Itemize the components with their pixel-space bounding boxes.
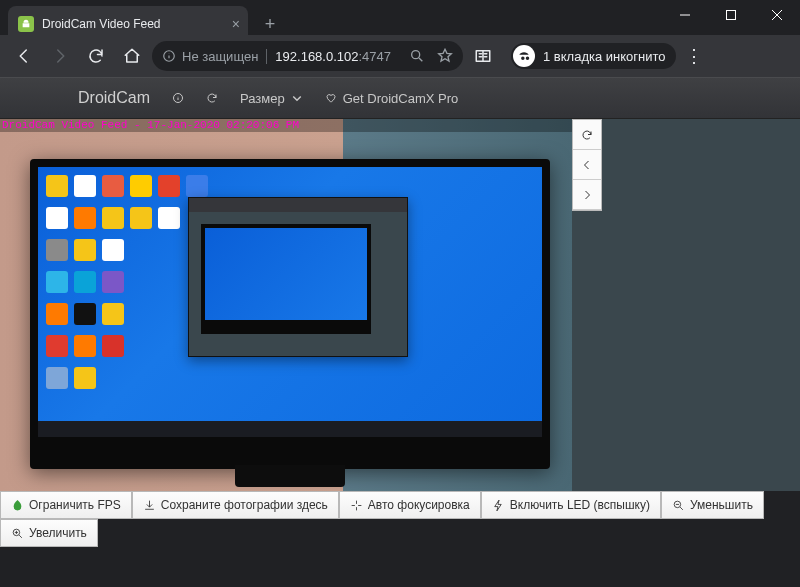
get-pro-link[interactable]: Get DroidCamX Pro [325,91,459,106]
reload-button[interactable] [80,40,112,72]
bookmark-icon[interactable] [437,48,453,64]
feed-overlay-text: DroidCam Video Feed - 17-Jan-2020 02:20:… [0,119,572,132]
window-titlebar: DroidCam Video Feed × + [0,0,800,35]
address-bar[interactable]: Не защищен 192.168.0.102:4747 [152,41,463,71]
refresh-feed-button[interactable] [206,92,218,104]
zoom-icon[interactable] [409,48,425,64]
app-brand: DroidCam [78,89,150,107]
zoom-out-button[interactable]: Уменьшить [661,491,764,519]
window-maximize-button[interactable] [708,0,754,30]
info-button[interactable] [172,92,184,104]
window-close-button[interactable] [754,0,800,30]
close-tab-icon[interactable]: × [232,16,240,32]
forward-button[interactable] [44,40,76,72]
app-header: DroidCam Размер Get DroidCamX Pro [0,77,800,119]
size-menu[interactable]: Размер [240,91,303,106]
side-next-button[interactable] [573,180,601,210]
info-icon [162,49,176,63]
browser-tab[interactable]: DroidCam Video Feed × [8,6,248,41]
svg-rect-0 [727,11,736,20]
video-feed: DroidCam Video Feed - 17-Jan-2020 02:20:… [0,119,572,491]
incognito-label: 1 вкладка инкогнито [543,49,666,64]
autofocus-button[interactable]: Авто фокусировка [339,491,481,519]
svg-point-2 [412,51,420,59]
window-minimize-button[interactable] [662,0,708,30]
led-button[interactable]: Включить LED (вспышку) [481,491,661,519]
limit-fps-button[interactable]: Ограничить FPS [0,491,132,519]
back-button[interactable] [8,40,40,72]
feed-side-controls [572,119,602,211]
side-refresh-button[interactable] [573,120,601,150]
browser-toolbar: Не защищен 192.168.0.102:4747 1 вкладка … [0,35,800,77]
security-label: Не защищен [182,49,258,64]
url-text: 192.168.0.102:4747 [275,49,391,64]
zoom-in-button[interactable]: Увеличить [0,519,98,547]
incognito-icon [513,45,535,67]
bottom-toolbar: Ограничить FPS Сохраните фотографии здес… [0,491,800,547]
browser-menu-button[interactable]: ⋮ [680,45,708,67]
video-area: DroidCam Video Feed - 17-Jan-2020 02:20:… [0,119,800,491]
feed-image [0,119,572,491]
tab-title: DroidCam Video Feed [42,17,161,31]
home-button[interactable] [116,40,148,72]
reader-icon[interactable] [467,40,499,72]
side-prev-button[interactable] [573,150,601,180]
save-photos-button[interactable]: Сохраните фотографии здесь [132,491,339,519]
new-tab-button[interactable]: + [256,10,284,38]
incognito-badge[interactable]: 1 вкладка инкогнито [511,43,676,69]
droidcam-favicon [18,16,34,32]
